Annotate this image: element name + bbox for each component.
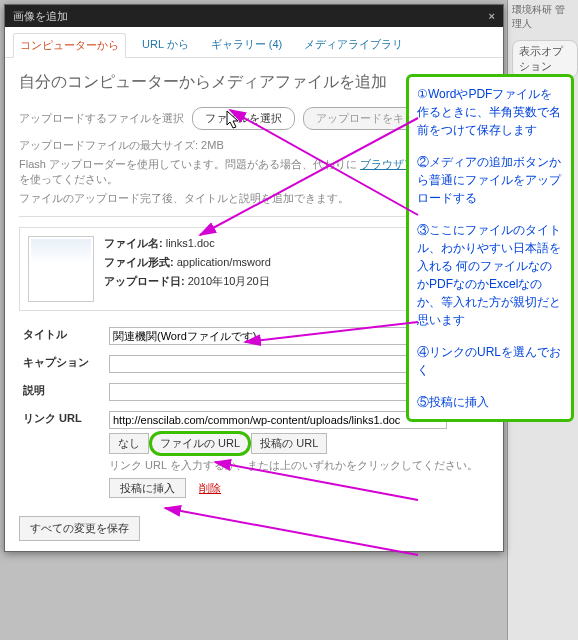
note-4: ④リンクのURLを選んでおく [417, 343, 563, 379]
save-all-button[interactable]: すべての変更を保存 [19, 516, 140, 541]
file-type-value: application/msword [177, 256, 271, 268]
description-input[interactable] [109, 383, 447, 401]
delete-link[interactable]: 削除 [199, 482, 221, 494]
note-2: ②メディアの追加ボタンから普通にファイルをアップロードする [417, 153, 563, 207]
tab-media-library[interactable]: メディアライブラリ [298, 33, 409, 57]
file-date-label: アップロード日: [104, 275, 185, 287]
flash-note-a: Flash アップローダーを使用しています。問題がある場合、代わりに [19, 158, 357, 170]
file-metadata: ファイル名: links1.doc ファイル形式: application/ms… [104, 236, 271, 302]
url-button-group: なし ファイルの URL 投稿の URL [109, 433, 485, 454]
action-row: 投稿に挿入 削除 [109, 481, 485, 496]
title-input[interactable] [109, 327, 447, 345]
url-hint: リンク URL を入力するか、または上のいずれかをクリックしてください。 [109, 458, 485, 473]
annotation-callout: ①WordやPDFファイルを作るときに、半角英数で名前をつけて保存します ②メデ… [406, 74, 574, 422]
note-5: ⑤投稿に挿入 [417, 393, 563, 411]
note-1: ①WordやPDFファイルを作るときに、半角英数で名前をつけて保存します [417, 85, 563, 139]
upload-tabs: コンピューターから URL から ギャラリー (4) メディアライブラリ [5, 27, 503, 58]
link-url-label: リンク URL [21, 407, 105, 500]
modal-title: 画像を追加 [13, 5, 68, 27]
upload-label: アップロードするファイルを選択 [19, 111, 184, 126]
url-none-button[interactable]: なし [109, 433, 149, 454]
screen-options-toggle[interactable]: 表示オプション [512, 40, 578, 78]
note-3: ③ここにファイルのタイトル、わかりやすい日本語を入れる 何のファイルなのかPDF… [417, 221, 563, 329]
admin-crumb: 環境科研 管理人 [508, 0, 578, 34]
file-name-value: links1.doc [166, 237, 215, 249]
tab-gallery[interactable]: ギャラリー (4) [205, 33, 289, 57]
description-label: 説明 [21, 379, 105, 405]
file-date-value: 2010年10月20日 [188, 275, 270, 287]
url-file-button[interactable]: ファイルの URL [151, 433, 249, 454]
url-post-button[interactable]: 投稿の URL [251, 433, 327, 454]
file-type-label: ファイル形式: [104, 256, 174, 268]
caption-label: キャプション [21, 351, 105, 377]
caption-input[interactable] [109, 355, 447, 373]
flash-note-b: を使ってください。 [19, 173, 118, 185]
insert-into-post-button[interactable]: 投稿に挿入 [109, 478, 186, 498]
modal-header: 画像を追加 × [5, 5, 503, 27]
title-label: タイトル [21, 323, 105, 349]
file-thumbnail [28, 236, 94, 302]
close-icon[interactable]: × [489, 5, 495, 27]
file-name-label: ファイル名: [104, 237, 163, 249]
tab-from-computer[interactable]: コンピューターから [13, 33, 126, 58]
link-url-input[interactable] [109, 411, 447, 429]
tab-from-url[interactable]: URL から [136, 33, 195, 57]
choose-file-button[interactable]: ファイルを選択 [192, 107, 295, 130]
